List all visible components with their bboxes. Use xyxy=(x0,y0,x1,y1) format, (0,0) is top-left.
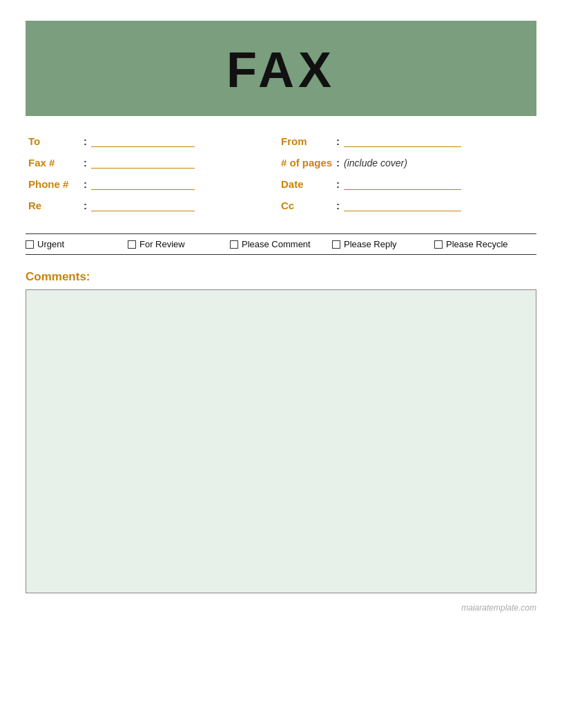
field-colon-pages: : xyxy=(336,157,340,169)
field-line-date[interactable] xyxy=(344,179,461,190)
field-line-phone[interactable] xyxy=(91,179,195,190)
fields-right-col: From : # of pages : (include cover) Date… xyxy=(281,135,534,221)
field-label-pages: # of pages xyxy=(281,157,335,169)
checkbox-please-reply[interactable]: Please Reply xyxy=(332,239,434,249)
field-line-cc[interactable] xyxy=(344,200,461,211)
field-row-from: From : xyxy=(281,135,534,147)
field-colon-from: : xyxy=(336,135,340,147)
comments-label: Comments: xyxy=(26,270,536,284)
field-line-fax[interactable] xyxy=(91,157,195,169)
checkbox-box-please-comment[interactable] xyxy=(230,240,238,249)
field-row-date: Date : xyxy=(281,178,534,190)
fields-left-col: To : Fax # : Phone # : Re : xyxy=(28,135,281,221)
checkbox-label-please-reply: Please Reply xyxy=(344,239,397,249)
field-label-fax: Fax # xyxy=(28,157,82,169)
comments-box[interactable] xyxy=(26,289,536,593)
checkbox-box-please-reply[interactable] xyxy=(332,240,340,249)
checkbox-please-recycle[interactable]: Please Recycle xyxy=(434,239,536,249)
fax-page: FAX To : Fax # : Phone # : xyxy=(26,21,536,613)
checkbox-box-for-review[interactable] xyxy=(128,240,136,249)
field-label-date: Date xyxy=(281,178,335,190)
field-label-phone: Phone # xyxy=(28,178,82,190)
field-label-to: To xyxy=(28,135,82,147)
field-line-re[interactable] xyxy=(91,200,195,211)
checkbox-box-urgent[interactable] xyxy=(26,240,34,249)
field-label-from: From xyxy=(281,135,335,147)
field-row-cc: Cc : xyxy=(281,200,534,211)
checkbox-urgent[interactable]: Urgent xyxy=(26,239,128,249)
fields-section: To : Fax # : Phone # : Re : xyxy=(26,135,536,221)
field-row-re: Re : xyxy=(28,200,281,211)
field-colon-fax: : xyxy=(84,157,87,169)
field-colon-cc: : xyxy=(336,200,340,211)
field-colon-to: : xyxy=(84,135,87,147)
field-line-to[interactable] xyxy=(91,136,195,147)
field-colon-date: : xyxy=(336,178,340,190)
field-line-from[interactable] xyxy=(344,136,461,147)
checkbox-label-please-comment: Please Comment xyxy=(242,239,311,249)
checkbox-label-urgent: Urgent xyxy=(37,239,64,249)
checkbox-label-please-recycle: Please Recycle xyxy=(446,239,508,249)
checkbox-for-review[interactable]: For Review xyxy=(128,239,230,249)
field-value-pages: (include cover) xyxy=(344,157,407,169)
field-row-fax: Fax # : xyxy=(28,157,281,169)
checkbox-box-please-recycle[interactable] xyxy=(434,240,443,249)
fax-header: FAX xyxy=(26,21,536,116)
field-label-cc: Cc xyxy=(281,200,335,211)
checkbox-please-comment[interactable]: Please Comment xyxy=(230,239,332,249)
checkboxes-row: Urgent For Review Please Comment Please … xyxy=(26,233,536,255)
field-row-to: To : xyxy=(28,135,281,147)
field-label-re: Re xyxy=(28,200,82,211)
field-colon-re: : xyxy=(84,200,87,211)
fax-title: FAX xyxy=(26,41,536,98)
field-row-pages: # of pages : (include cover) xyxy=(281,157,534,169)
watermark: maiaratemplate.com xyxy=(26,603,536,613)
field-colon-phone: : xyxy=(84,178,87,190)
field-row-phone: Phone # : xyxy=(28,178,281,190)
checkbox-label-for-review: For Review xyxy=(139,239,185,249)
